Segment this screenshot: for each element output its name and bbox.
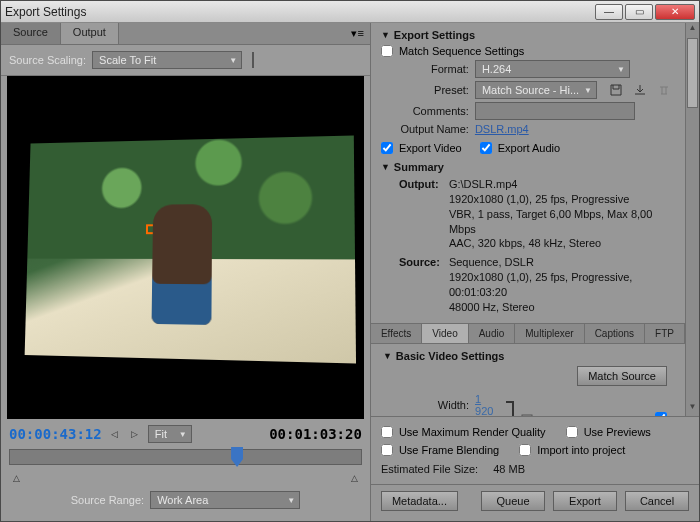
comments-label: Comments: [381,105,469,117]
max-render-quality-label: Use Maximum Render Quality [399,426,546,438]
range-out-icon[interactable]: △ [348,471,362,485]
format-label: Format: [381,63,469,75]
scroll-down-icon[interactable]: ▼ [686,402,699,416]
summary-output-text: G:\DSLR.mp4 1920x1080 (1,0), 25 fps, Pro… [449,177,670,251]
use-previews-label: Use Previews [584,426,651,438]
tab-output[interactable]: Output [61,23,119,44]
export-video-checkbox[interactable] [381,142,393,154]
export-settings-window: Export Settings — ▭ ✕ Source Output ▾≡ S… [0,0,700,522]
summary-source: Source:Sequence, DSLR 1920x1080 (1,0), 2… [381,255,675,314]
timeline-slider[interactable] [9,449,362,465]
queue-button[interactable]: Queue [481,491,545,511]
estimated-size-label: Estimated File Size: [381,463,478,475]
export-button[interactable]: Export [553,491,617,511]
scaling-row: Source Scaling: Scale To Fit [1,45,370,76]
maximize-button[interactable]: ▭ [625,4,653,20]
use-previews-checkbox[interactable] [566,426,578,438]
summary-source-text: Sequence, DSLR 1920x1080 (1,0), 25 fps, … [449,255,670,314]
tab-source[interactable]: Source [1,23,61,44]
summary-heading: Summary [394,161,444,173]
scroll-thumb[interactable] [687,38,698,108]
twirl-down-icon[interactable]: ▼ [381,162,390,172]
frame-blending-checkbox[interactable] [381,444,393,456]
frame-blending-label: Use Frame Blending [399,444,499,456]
max-render-quality-checkbox[interactable] [381,426,393,438]
zoom-fit-select[interactable]: Fit [148,425,192,443]
preset-select[interactable]: Match Source - Hi... [475,81,597,99]
right-panel: ▼Export Settings Match Sequence Settings… [371,23,699,521]
basic-video-heading: Basic Video Settings [396,350,505,362]
export-video-label: Export Video [399,142,462,154]
source-scaling-label: Source Scaling: [9,54,86,66]
render-options: Use Maximum Render Quality Use Previews … [371,416,699,484]
match-sequence-checkbox[interactable] [381,45,393,57]
left-panel: Source Output ▾≡ Source Scaling: Scale T… [1,23,371,521]
link-dimensions-bracket [506,401,514,416]
titlebar: Export Settings — ▭ ✕ [1,1,699,23]
import-preset-icon[interactable] [631,81,649,99]
estimated-size-value: 48 MB [493,463,525,475]
import-project-checkbox[interactable] [519,444,531,456]
save-preset-icon[interactable] [607,81,625,99]
match-sequence-label: Match Sequence Settings [399,45,524,57]
cancel-button[interactable]: Cancel [625,491,689,511]
timecode-total: 00:01:03:20 [269,426,362,442]
panel-menu-icon[interactable]: ▾≡ [351,23,369,44]
export-settings-section: ▼Export Settings Match Sequence Settings… [371,23,685,319]
metadata-button[interactable]: Metadata... [381,491,458,511]
comments-input[interactable] [475,102,635,120]
export-audio-row: Export Audio [480,142,560,154]
summary-output: Output:G:\DSLR.mp4 1920x1080 (1,0), 25 f… [381,177,675,251]
settings-scroll-region: ▼Export Settings Match Sequence Settings… [371,23,699,416]
range-in-icon[interactable]: △ [9,471,23,485]
preview-tabs: Source Output ▾≡ [1,23,370,45]
source-range-label: Source Range: [71,494,144,506]
divider [252,52,254,68]
tab-effects[interactable]: Effects [371,324,422,343]
twirl-down-icon[interactable]: ▼ [381,30,390,40]
format-select[interactable]: H.264 [475,60,630,78]
settings-scrollbar[interactable]: ▲ ▼ [685,23,699,416]
next-frame-icon[interactable]: ▷ [128,427,142,441]
preview-image [25,135,356,363]
tab-ftp[interactable]: FTP [645,324,685,343]
dialog-buttons: Metadata... Queue Export Cancel [371,484,699,521]
basic-video-settings: ▼Basic Video Settings Match Source Width… [371,344,685,416]
tab-captions[interactable]: Captions [585,324,645,343]
window-title: Export Settings [5,5,86,19]
import-project-label: Import into project [537,444,625,456]
tab-multiplexer[interactable]: Multiplexer [515,324,584,343]
output-name-label: Output Name: [381,123,469,135]
export-settings-heading: Export Settings [394,29,475,41]
close-button[interactable]: ✕ [655,4,695,20]
playhead[interactable] [231,447,243,467]
content: Source Output ▾≡ Source Scaling: Scale T… [1,23,699,521]
timecode-current[interactable]: 00:00:43:12 [9,426,102,442]
export-audio-label: Export Audio [498,142,560,154]
source-scaling-select[interactable]: Scale To Fit [92,51,242,69]
scroll-up-icon[interactable]: ▲ [686,23,699,37]
tab-audio[interactable]: Audio [469,324,516,343]
encoder-tabs: Effects Video Audio Multiplexer Captions… [371,323,685,344]
timeline-area: 00:00:43:12 ◁ ▷ Fit 00:01:03:20 △ △ Sour… [1,419,370,521]
export-video-row: Export Video [381,142,462,154]
link-dimensions-icon[interactable] [518,409,536,416]
match-source-button[interactable]: Match Source [577,366,667,386]
output-name-link[interactable]: DSLR.mp4 [475,123,529,135]
preview-area[interactable] [7,76,364,419]
preview-marker [147,224,157,234]
preset-label: Preset: [381,84,469,96]
prev-frame-icon[interactable]: ◁ [108,427,122,441]
source-range-select[interactable]: Work Area [150,491,300,509]
minimize-button[interactable]: — [595,4,623,20]
export-audio-checkbox[interactable] [480,142,492,154]
twirl-down-icon[interactable]: ▼ [383,351,392,361]
tab-video[interactable]: Video [422,324,468,343]
window-buttons: — ▭ ✕ [595,4,695,20]
width-value[interactable]: 1 920 [475,393,502,416]
delete-preset-icon[interactable] [655,81,673,99]
width-label: Width: [383,399,469,411]
